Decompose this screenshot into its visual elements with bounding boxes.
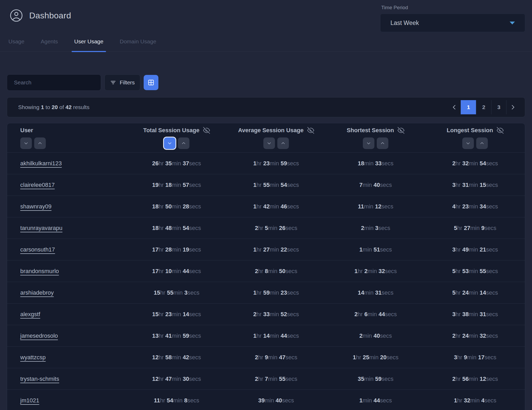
previous-page-button[interactable]: [448, 100, 461, 114]
time-period-label: Time Period: [381, 5, 525, 11]
table-body: akhilkulkarni123 26hr 35min 37secs 1hr 2…: [7, 153, 525, 410]
cell-average-session-usage: 2hr 5min 26secs: [226, 225, 326, 232]
filters-button[interactable]: Filters: [104, 74, 140, 91]
search-input[interactable]: [7, 74, 101, 91]
sort-ascending-button[interactable]: [377, 137, 388, 149]
user-link[interactable]: wyattzcsp: [20, 354, 46, 361]
chevron-up-icon: [181, 141, 186, 146]
cell-shortest-session: 1min 44secs: [326, 397, 425, 404]
page-number-buttons: 123: [461, 100, 506, 114]
cell-total-session-usage: 26hr 35min 37secs: [127, 160, 226, 167]
cell-total-session-usage: 18hr 48min 54secs: [127, 225, 226, 232]
cell-shortest-session: 14min 31secs: [326, 289, 425, 296]
cell-longest-session: 3hr 38min 31secs: [425, 311, 525, 318]
cell-shortest-session: 2min 40secs: [326, 332, 425, 339]
sort-ascending-button[interactable]: [476, 137, 488, 149]
user-link[interactable]: trystan-schmits: [20, 376, 59, 382]
cell-shortest-session: 1min 51secs: [326, 246, 425, 253]
results-text: Showing 1 to 20 of 42 results: [18, 104, 89, 110]
chevron-up-icon: [480, 141, 484, 146]
sort-ascending-button[interactable]: [277, 137, 289, 149]
hide-column-eye-off-icon[interactable]: [307, 127, 314, 134]
page-title: Dashboard: [29, 11, 71, 20]
sort-ascending-button[interactable]: [178, 137, 189, 149]
user-link[interactable]: tarunrayavarapu: [20, 225, 62, 231]
cell-shortest-session: 2hr 6min 44secs: [326, 311, 425, 318]
cell-total-session-usage: 15hr 23min 14secs: [127, 311, 226, 318]
cell-total-session-usage: 12hr 47min 30secs: [127, 376, 226, 382]
hide-column-eye-off-icon[interactable]: [398, 127, 404, 134]
user-link[interactable]: jm1021: [20, 397, 39, 404]
cell-shortest-session: 1hr 25min 20secs: [326, 354, 425, 361]
cell-average-session-usage: 39min 40secs: [226, 397, 326, 404]
next-page-button[interactable]: [506, 100, 519, 114]
hide-column-eye-off-icon[interactable]: [203, 127, 210, 134]
user-link[interactable]: carsonsuth17: [20, 246, 55, 253]
sort-descending-button[interactable]: [20, 137, 32, 149]
cell-longest-session: 2hr 56min 12secs: [425, 376, 525, 382]
cell-longest-session: 3hr 49min 21secs: [425, 246, 525, 253]
table-row: akhilkulkarni123 26hr 35min 37secs 1hr 2…: [7, 153, 525, 174]
table-row: jamesedrosolo 13hr 41min 59secs 1hr 14mi…: [7, 325, 525, 347]
cell-total-session-usage: 12hr 58min 42secs: [127, 354, 226, 361]
table-row: tarunrayavarapu 18hr 48min 54secs 2hr 5m…: [7, 217, 525, 239]
cell-average-session-usage: 1hr 27min 22secs: [226, 246, 326, 253]
cell-average-session-usage: 2hr 9min 47secs: [226, 354, 326, 361]
cell-total-session-usage: 13hr 41min 59secs: [127, 332, 226, 339]
sort-descending-button[interactable]: [462, 137, 474, 149]
user-link[interactable]: jamesedrosolo: [20, 332, 58, 339]
user-link[interactable]: shawnray09: [20, 203, 52, 210]
hide-column-eye-off-icon[interactable]: [497, 127, 504, 134]
table-row: brandonsmurlo 17hr 10min 44secs 2hr 8min…: [7, 260, 525, 282]
sort-descending-button[interactable]: [363, 137, 374, 149]
cell-longest-session: 5hr 53min 55secs: [425, 268, 525, 275]
page-button-3[interactable]: 3: [491, 100, 506, 114]
tab-user-usage[interactable]: User Usage: [74, 37, 104, 52]
user-link[interactable]: akhilkulkarni123: [20, 160, 62, 167]
filters-label: Filters: [120, 79, 135, 86]
toolbar: Filters: [7, 74, 158, 91]
user-link[interactable]: alexgstf: [20, 311, 40, 317]
table-row: wyattzcsp 12hr 58min 42secs 2hr 9min 47s…: [7, 347, 525, 368]
table-row: arshiadebroy 15hr 55min 3secs 1hr 59min …: [7, 282, 525, 304]
sort-descending-button[interactable]: [263, 137, 275, 149]
chevron-down-icon: [366, 141, 371, 146]
cell-average-session-usage: 2hr 8min 50secs: [226, 268, 326, 275]
table-row: trystan-schmits 12hr 47min 30secs 2hr 7m…: [7, 368, 525, 390]
user-link[interactable]: clairelee0817: [20, 182, 55, 188]
time-period-value: Last Week: [390, 19, 419, 27]
column-label: Shortest Session: [347, 127, 394, 134]
cell-shortest-session: 1hr 2min 32secs: [326, 268, 425, 275]
page-button-1[interactable]: 1: [461, 100, 476, 114]
page-button-2[interactable]: 2: [476, 100, 491, 114]
chevron-right-icon: [510, 104, 516, 110]
column-header-shortest-session: Shortest Session: [326, 123, 425, 152]
user-link[interactable]: brandonsmurlo: [20, 268, 59, 274]
cell-total-session-usage: 17hr 28min 19secs: [127, 246, 226, 253]
sort-descending-button-active[interactable]: [164, 137, 175, 149]
chevron-down-icon: [466, 141, 470, 146]
cell-average-session-usage: 1hr 42min 46secs: [226, 203, 326, 210]
table-view-button[interactable]: [144, 75, 158, 90]
tab-agents[interactable]: Agents: [40, 37, 58, 52]
cell-shortest-session: 18min 33secs: [326, 160, 425, 167]
chevron-left-icon: [451, 104, 457, 110]
cell-shortest-session: 2min 3secs: [326, 225, 425, 232]
user-usage-table: User Total Session Usage: [7, 123, 525, 410]
chevron-down-icon: [267, 141, 272, 146]
tab-domain-usage[interactable]: Domain Usage: [119, 37, 157, 52]
table-row: shawnray09 18hr 50min 28secs 1hr 42min 4…: [7, 196, 525, 217]
cell-longest-session: 5hr 27min 9secs: [425, 225, 525, 232]
cell-average-session-usage: 1hr 14min 44secs: [226, 332, 326, 339]
user-avatar-icon: [10, 9, 23, 22]
user-link[interactable]: arshiadebroy: [20, 289, 54, 296]
time-period-select[interactable]: Last Week: [380, 14, 525, 32]
table-row: carsonsuth17 17hr 28min 19secs 1hr 27min…: [7, 239, 525, 260]
tab-usage[interactable]: Usage: [8, 37, 25, 52]
cell-average-session-usage: 1hr 59min 23secs: [226, 289, 326, 296]
cell-total-session-usage: 17hr 10min 44secs: [127, 268, 226, 275]
table-row: alexgstf 15hr 23min 14secs 2hr 33min 52s…: [7, 304, 525, 325]
chevron-down-icon: [24, 141, 28, 146]
sort-ascending-button[interactable]: [34, 137, 46, 149]
cell-total-session-usage: 18hr 50min 28secs: [127, 203, 226, 210]
